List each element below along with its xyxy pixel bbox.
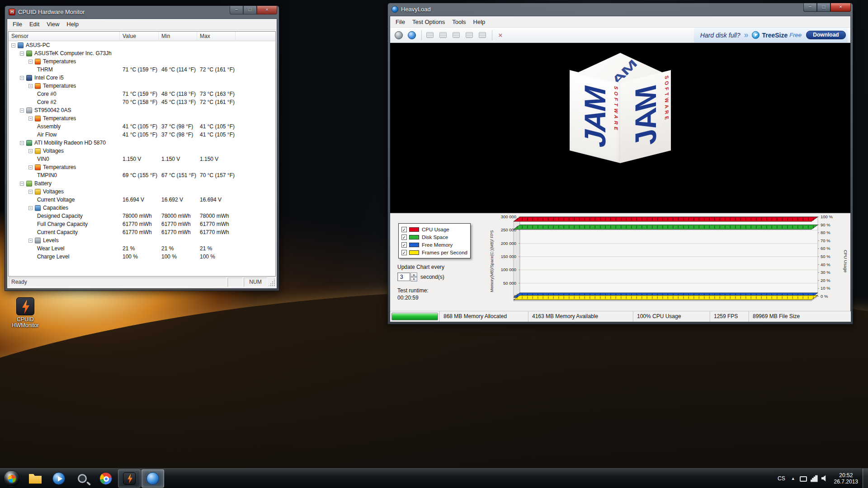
language-indicator[interactable]: CS	[774, 475, 788, 482]
sensor-row-temperatures[interactable]: −Temperatures	[9, 82, 275, 90]
column-header-sensor[interactable]: Sensor	[9, 32, 120, 41]
tree-collapse-toggle[interactable]: −	[11, 43, 15, 47]
treesize-brand[interactable]: TreeSize	[762, 32, 788, 39]
sensor-row-current-capacity[interactable]: Current Capacity61770 mWh61770 mWh61770 …	[9, 228, 275, 236]
tray-expand-icon[interactable]: ▲	[788, 476, 798, 481]
sensor-row-intel-core-i5[interactable]: −Intel Core i5	[9, 74, 275, 82]
sensor-row-full-charge-capacity[interactable]: Full Charge Capacity61770 mWh61770 mWh61…	[9, 220, 275, 228]
tree-collapse-toggle[interactable]: −	[20, 108, 24, 113]
sensor-row-wear-level[interactable]: Wear Level21 %21 %21 %	[9, 244, 275, 253]
minimize-button[interactable]: −	[803, 3, 817, 12]
tree-collapse-toggle[interactable]: −	[28, 117, 33, 121]
sensor-row-asus-pc[interactable]: −ASUS-PC	[9, 41, 275, 49]
sensor-row-voltages[interactable]: −Voltages	[9, 188, 275, 196]
sensor-row-core-#0[interactable]: Core #071 °C (159 °F)48 °C (118 °F)73 °C…	[9, 90, 275, 98]
svg-text:30 %: 30 %	[821, 270, 830, 275]
tree-collapse-toggle[interactable]: −	[28, 60, 33, 64]
resize-grip[interactable]	[268, 277, 275, 287]
sensor-row-charge-level[interactable]: Charge Level100 %100 %100 %	[9, 253, 275, 261]
heavyload-menu-test-options[interactable]: Test Options	[409, 17, 448, 27]
column-header-min[interactable]: Min	[159, 32, 197, 41]
sensor-row-temperatures[interactable]: −Temperatures	[9, 163, 275, 171]
taskbar-button-explorer[interactable]	[24, 469, 47, 488]
column-header-max[interactable]: Max	[197, 32, 236, 41]
minimize-button[interactable]: −	[230, 6, 243, 14]
column-header-value[interactable]: Value	[120, 32, 159, 41]
test-duration-button[interactable]	[476, 29, 488, 41]
sensor-list[interactable]: SensorValueMinMax −ASUS-PC−ASUSTeK Compu…	[8, 31, 276, 277]
heavyload-menu-help[interactable]: Help	[470, 17, 489, 27]
heavyload-window[interactable]: HeavyLoad − □ × FileTest OptionsToolsHel…	[387, 3, 853, 324]
taskbar-button-heavyload[interactable]	[142, 469, 164, 488]
sensor-row-core-#2[interactable]: Core #270 °C (158 °F)45 °C (113 °F)72 °C…	[9, 98, 275, 106]
tree-collapse-toggle[interactable]: −	[20, 76, 24, 80]
start-test-button[interactable]	[406, 29, 418, 41]
write-test-file-button[interactable]	[424, 29, 436, 41]
spin-up-button[interactable]: ▲	[410, 272, 417, 277]
tree-collapse-toggle[interactable]: −	[28, 239, 33, 243]
hwmonitor-menu-help[interactable]: Help	[63, 19, 82, 29]
clock[interactable]: 20:52 26.7.2013	[830, 472, 863, 485]
sensor-row-vin0[interactable]: VIN01.150 V1.150 V1.150 V	[9, 155, 275, 163]
action-center-icon[interactable]	[800, 476, 807, 482]
network-icon[interactable]	[811, 475, 818, 482]
sensor-row-capacities[interactable]: −Capacities	[9, 204, 275, 212]
tree-collapse-toggle[interactable]: −	[28, 84, 33, 88]
tree-collapse-toggle[interactable]: −	[20, 182, 24, 186]
hwmonitor-menu-file[interactable]: File	[9, 19, 26, 29]
tree-collapse-toggle[interactable]: −	[28, 206, 33, 210]
tree-collapse-toggle[interactable]: −	[28, 149, 33, 153]
sensor-row-air-flow[interactable]: Air Flow41 °C (105 °F)37 °C (98 °F)41 °C…	[9, 131, 275, 139]
hwmonitor-window[interactable]: CPUID Hardware Monitor − □ × FileEditVie…	[5, 5, 279, 291]
maximize-button[interactable]: □	[243, 6, 257, 14]
sensor-row-thrm[interactable]: THRM71 °C (159 °F)46 °C (114 °F)72 °C (1…	[9, 66, 275, 74]
taskbar-button-chrome[interactable]	[94, 469, 117, 488]
heavyload-toolbar: × Hard disk full? » TreeSize Free Downlo…	[390, 28, 850, 43]
tree-collapse-toggle[interactable]: −	[20, 141, 24, 145]
tree-collapse-toggle[interactable]: −	[20, 52, 24, 56]
sensor-row-temperatures[interactable]: −Temperatures	[9, 114, 275, 122]
download-button[interactable]: Download	[806, 31, 846, 39]
show-desktop-button[interactable]	[863, 469, 868, 488]
sensor-row-st950042-0as[interactable]: −ST950042 0AS	[9, 106, 275, 114]
allocate-memory-button[interactable]	[437, 29, 449, 41]
sensor-row-asustek-computer-inc-g73jh[interactable]: −ASUSTeK Computer Inc. G73Jh	[9, 49, 275, 57]
hwmonitor-menu-edit[interactable]: Edit	[26, 19, 43, 29]
volume-icon[interactable]	[821, 475, 829, 482]
tree-collapse-toggle[interactable]: −	[28, 190, 33, 194]
spin-down-button[interactable]: ▼	[410, 277, 417, 282]
abort-test-button[interactable]: ×	[495, 29, 506, 41]
checkbox-free-memory[interactable]: ✓	[401, 242, 407, 248]
stress-cpu-button[interactable]	[450, 29, 462, 41]
close-button[interactable]: ×	[257, 6, 277, 14]
desktop-icon-hwmonitor[interactable]: CPUID HWMonitor	[6, 297, 44, 328]
interval-spinner[interactable]: 3 ▲ ▼ second(s)	[397, 272, 444, 281]
sensor-row-tmpin0[interactable]: TMPIN069 °C (155 °F)67 °C (151 °F)70 °C …	[9, 171, 275, 179]
checkbox-frames-per-second[interactable]: ✓	[401, 250, 407, 255]
maximize-button[interactable]: □	[817, 3, 830, 12]
sensor-row-assembly[interactable]: Assembly41 °C (105 °F)37 °C (98 °F)41 °C…	[9, 122, 275, 131]
hwmonitor-menu-view[interactable]: View	[43, 19, 63, 29]
interval-value[interactable]: 3	[397, 272, 410, 281]
sensor-row-designed-capacity[interactable]: Designed Capacity78000 mWh78000 mWh78000…	[9, 212, 275, 220]
heavyload-menu-tools[interactable]: Tools	[448, 17, 469, 27]
taskbar-button-media-player[interactable]	[47, 469, 70, 488]
sensor-row-current-voltage[interactable]: Current Voltage16.694 V16.692 V16.694 V	[9, 196, 275, 204]
svg-text:90 %: 90 %	[821, 222, 830, 227]
tree-collapse-toggle[interactable]: −	[28, 165, 33, 169]
sensor-row-battery[interactable]: −Battery	[9, 179, 275, 188]
heavyload-titlebar[interactable]: HeavyLoad	[391, 3, 850, 15]
stress-gpu-button[interactable]	[463, 29, 475, 41]
pause-test-button[interactable]	[393, 29, 405, 41]
sensor-row-ati-mobility-radeon-hd-5870[interactable]: −ATI Mobility Radeon HD 5870	[9, 139, 275, 147]
checkbox-disk-space[interactable]: ✓	[401, 235, 407, 240]
close-button[interactable]: ×	[830, 3, 851, 12]
taskbar-button-hwmonitor[interactable]	[118, 469, 141, 488]
sensor-row-temperatures[interactable]: −Temperatures	[9, 57, 275, 66]
sensor-row-levels[interactable]: −Levels	[9, 236, 275, 244]
sensor-row-voltages[interactable]: −Voltages	[9, 147, 275, 155]
taskbar-button-start[interactable]	[0, 469, 23, 488]
heavyload-menu-file[interactable]: File	[392, 17, 409, 27]
checkbox-cpu-usage[interactable]: ✓	[401, 227, 407, 232]
taskbar-button-utility[interactable]	[71, 469, 94, 488]
